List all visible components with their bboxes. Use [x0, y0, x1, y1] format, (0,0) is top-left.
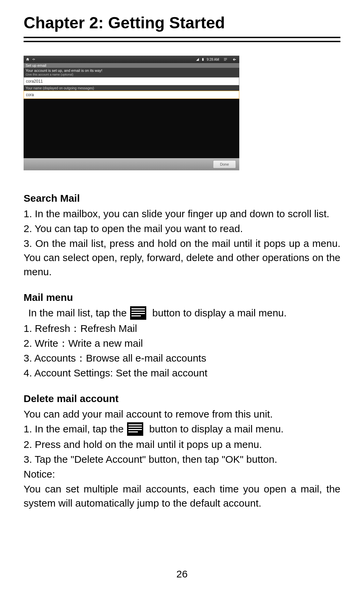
- account-name-field[interactable]: [24, 77, 239, 85]
- mail-menu-item-1: 1. Refresh：Refresh Mail: [24, 321, 340, 336]
- delete-account-heading: Delete mail account: [24, 392, 340, 406]
- signal-icon: [196, 58, 199, 61]
- screenshot-body: [24, 99, 239, 158]
- setup-message: Your account is set up, and email is on …: [24, 68, 239, 73]
- mail-menu-item-3: 3. Accounts：Browse all e-mail accounts: [24, 351, 340, 365]
- done-button[interactable]: Done: [213, 160, 236, 168]
- delete-step3: 3. Tap the "Delete Account" button, then…: [24, 452, 340, 466]
- delete-account-intro: You can add your mail account to remove …: [24, 407, 340, 421]
- delete-step1-pre: 1. In the email, tap the: [24, 422, 124, 436]
- status-bar: 9:28 AM: [24, 56, 239, 63]
- mail-menu-item-4: 4. Account Settings: Set the mail accoun…: [24, 366, 340, 380]
- mail-menu-pre-text: In the mail list, tap the: [28, 306, 127, 320]
- hamburger-menu-icon: [127, 422, 143, 436]
- battery-icon: [201, 58, 205, 61]
- page: Chapter 2: Getting Started 9:28 AM: [0, 0, 364, 596]
- chapter-title: Chapter 2: Getting Started: [24, 13, 340, 32]
- mail-menu-item-2: 2. Write：Write a new mail: [24, 336, 340, 350]
- notice-text: You can set multiple mail accounts, each…: [24, 482, 340, 510]
- search-mail-item-1: 1. In the mailbox, you can slide your fi…: [24, 207, 340, 221]
- title-divider: [24, 37, 340, 42]
- search-mail-item-2: 2. You can tap to open the mail you want…: [24, 222, 340, 236]
- status-time: 9:28 AM: [207, 58, 219, 61]
- delete-step2: 2. Press and hold on the mail until it p…: [24, 437, 340, 452]
- screenshot-footer: Done: [24, 158, 239, 170]
- display-name-field[interactable]: [24, 91, 239, 99]
- embedded-screenshot: 9:28 AM Set up email Your account is set…: [24, 56, 239, 170]
- home-icon[interactable]: [26, 57, 30, 61]
- hamburger-menu-icon: [130, 306, 146, 320]
- back-icon[interactable]: [232, 57, 237, 61]
- mail-menu-inline: In the mail list, tap the button to disp…: [24, 306, 340, 320]
- display-name-hint: Your name (displayed on outgoing message…: [24, 85, 239, 91]
- search-mail-section: Search Mail 1. In the mailbox, you can s…: [24, 191, 340, 279]
- delete-account-section: Delete mail account You can add your mai…: [24, 392, 340, 510]
- menu-icon[interactable]: [223, 57, 228, 61]
- search-mail-heading: Search Mail: [24, 191, 340, 205]
- account-name-hint: Give this account a name (optional): [24, 73, 239, 77]
- wifi-icon: [32, 57, 36, 61]
- search-mail-item-3: 3. On the mail list, press and hold on t…: [24, 236, 340, 279]
- mail-menu-post-text: button to display a mail menu.: [152, 306, 287, 320]
- page-number: 26: [0, 568, 364, 580]
- mail-menu-section: Mail menu In the mail list, tap the butt…: [24, 290, 340, 380]
- body-content: Search Mail 1. In the mailbox, you can s…: [24, 191, 340, 510]
- screen-title: Set up email: [24, 63, 239, 68]
- notice-label: Notice:: [24, 467, 340, 481]
- delete-step1-post: button to display a mail menu.: [149, 422, 284, 436]
- mail-menu-heading: Mail menu: [24, 290, 340, 305]
- delete-step1-inline: 1. In the email, tap the button to displ…: [19, 422, 340, 436]
